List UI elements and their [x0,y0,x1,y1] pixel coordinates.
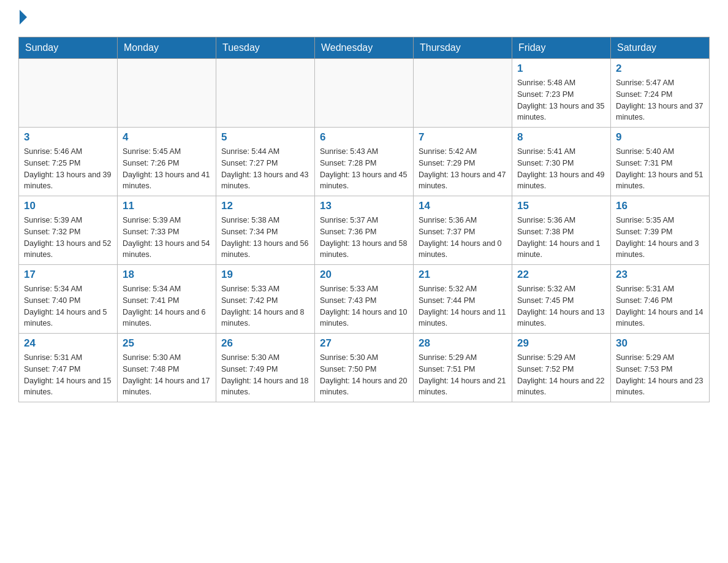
day-info: Sunrise: 5:39 AMSunset: 7:32 PMDaylight:… [24,215,112,261]
calendar-cell: 5Sunrise: 5:44 AMSunset: 7:27 PMDaylight… [216,128,315,196]
day-number: 2 [616,63,704,75]
calendar-cell [315,59,414,128]
calendar-cell [19,59,118,128]
day-info: Sunrise: 5:46 AMSunset: 7:25 PMDaylight:… [24,146,112,192]
day-info: Sunrise: 5:47 AMSunset: 7:24 PMDaylight:… [616,77,704,123]
day-number: 13 [320,200,408,212]
day-number: 5 [221,131,309,144]
day-info: Sunrise: 5:38 AMSunset: 7:34 PMDaylight:… [221,215,309,261]
logo-triangle-icon [20,10,27,25]
calendar-cell: 28Sunrise: 5:29 AMSunset: 7:51 PMDayligh… [414,334,512,402]
day-number: 18 [123,269,211,281]
day-number: 27 [320,337,408,350]
calendar-week-row: 17Sunrise: 5:34 AMSunset: 7:40 PMDayligh… [19,265,710,334]
day-number: 21 [419,269,507,281]
day-number: 6 [320,131,408,144]
calendar-cell [414,59,512,128]
calendar-cell: 25Sunrise: 5:30 AMSunset: 7:48 PMDayligh… [118,334,216,402]
day-number: 15 [517,200,605,212]
day-info: Sunrise: 5:29 AMSunset: 7:53 PMDaylight:… [616,352,704,398]
calendar-cell: 16Sunrise: 5:35 AMSunset: 7:39 PMDayligh… [611,196,710,265]
day-of-week-header: Wednesday [315,37,414,59]
day-info: Sunrise: 5:33 AMSunset: 7:42 PMDaylight:… [221,283,309,329]
calendar-cell: 7Sunrise: 5:42 AMSunset: 7:29 PMDaylight… [414,128,512,196]
day-info: Sunrise: 5:30 AMSunset: 7:48 PMDaylight:… [123,352,211,398]
calendar-cell: 4Sunrise: 5:45 AMSunset: 7:26 PMDaylight… [118,128,216,196]
calendar-cell: 26Sunrise: 5:30 AMSunset: 7:49 PMDayligh… [216,334,315,402]
day-info: Sunrise: 5:37 AMSunset: 7:36 PMDaylight:… [320,215,408,261]
calendar-cell: 11Sunrise: 5:39 AMSunset: 7:33 PMDayligh… [118,196,216,265]
day-info: Sunrise: 5:43 AMSunset: 7:28 PMDaylight:… [320,146,408,192]
day-info: Sunrise: 5:40 AMSunset: 7:31 PMDaylight:… [616,146,704,192]
day-info: Sunrise: 5:44 AMSunset: 7:27 PMDaylight:… [221,146,309,192]
calendar-cell: 12Sunrise: 5:38 AMSunset: 7:34 PMDayligh… [216,196,315,265]
day-info: Sunrise: 5:33 AMSunset: 7:43 PMDaylight:… [320,283,408,329]
day-number: 28 [419,337,507,350]
calendar-cell: 23Sunrise: 5:31 AMSunset: 7:46 PMDayligh… [611,265,710,334]
calendar-cell: 19Sunrise: 5:33 AMSunset: 7:42 PMDayligh… [216,265,315,334]
calendar-cell: 1Sunrise: 5:48 AMSunset: 7:23 PMDaylight… [512,59,611,128]
calendar-cell: 15Sunrise: 5:36 AMSunset: 7:38 PMDayligh… [512,196,611,265]
day-info: Sunrise: 5:42 AMSunset: 7:29 PMDaylight:… [419,146,507,192]
calendar-cell [118,59,216,128]
day-info: Sunrise: 5:39 AMSunset: 7:33 PMDaylight:… [123,215,211,261]
day-info: Sunrise: 5:30 AMSunset: 7:50 PMDaylight:… [320,352,408,398]
day-of-week-header: Tuesday [216,37,315,59]
day-number: 10 [24,200,112,212]
day-number: 22 [517,269,605,281]
day-info: Sunrise: 5:30 AMSunset: 7:49 PMDaylight:… [221,352,309,398]
day-info: Sunrise: 5:45 AMSunset: 7:26 PMDaylight:… [123,146,211,192]
day-number: 7 [419,131,507,144]
calendar-cell: 24Sunrise: 5:31 AMSunset: 7:47 PMDayligh… [19,334,118,402]
calendar-cell: 8Sunrise: 5:41 AMSunset: 7:30 PMDaylight… [512,128,611,196]
calendar-cell: 20Sunrise: 5:33 AMSunset: 7:43 PMDayligh… [315,265,414,334]
day-number: 1 [517,63,605,75]
calendar-cell: 13Sunrise: 5:37 AMSunset: 7:36 PMDayligh… [315,196,414,265]
day-of-week-header: Sunday [19,37,118,59]
day-info: Sunrise: 5:29 AMSunset: 7:52 PMDaylight:… [517,352,605,398]
day-number: 19 [221,269,309,281]
day-number: 25 [123,337,211,350]
calendar-cell: 21Sunrise: 5:32 AMSunset: 7:44 PMDayligh… [414,265,512,334]
calendar-cell: 22Sunrise: 5:32 AMSunset: 7:45 PMDayligh… [512,265,611,334]
page-header [18,12,710,25]
calendar-cell: 29Sunrise: 5:29 AMSunset: 7:52 PMDayligh… [512,334,611,402]
day-number: 14 [419,200,507,212]
day-number: 29 [517,337,605,350]
day-number: 9 [616,131,704,144]
calendar-cell: 30Sunrise: 5:29 AMSunset: 7:53 PMDayligh… [611,334,710,402]
day-of-week-header: Thursday [414,37,512,59]
day-number: 24 [24,337,112,350]
calendar-week-row: 3Sunrise: 5:46 AMSunset: 7:25 PMDaylight… [19,128,710,196]
calendar-cell: 18Sunrise: 5:34 AMSunset: 7:41 PMDayligh… [118,265,216,334]
logo [18,12,27,25]
logo-general [18,12,27,25]
day-info: Sunrise: 5:34 AMSunset: 7:41 PMDaylight:… [123,283,211,329]
calendar-cell: 2Sunrise: 5:47 AMSunset: 7:24 PMDaylight… [611,59,710,128]
calendar-cell [216,59,315,128]
day-info: Sunrise: 5:36 AMSunset: 7:38 PMDaylight:… [517,215,605,261]
day-number: 4 [123,131,211,144]
day-info: Sunrise: 5:31 AMSunset: 7:47 PMDaylight:… [24,352,112,398]
calendar-cell: 10Sunrise: 5:39 AMSunset: 7:32 PMDayligh… [19,196,118,265]
calendar-cell: 3Sunrise: 5:46 AMSunset: 7:25 PMDaylight… [19,128,118,196]
day-number: 11 [123,200,211,212]
day-number: 3 [24,131,112,144]
day-number: 16 [616,200,704,212]
day-info: Sunrise: 5:32 AMSunset: 7:45 PMDaylight:… [517,283,605,329]
day-number: 23 [616,269,704,281]
day-info: Sunrise: 5:35 AMSunset: 7:39 PMDaylight:… [616,215,704,261]
calendar-cell: 17Sunrise: 5:34 AMSunset: 7:40 PMDayligh… [19,265,118,334]
day-info: Sunrise: 5:48 AMSunset: 7:23 PMDaylight:… [517,77,605,123]
day-info: Sunrise: 5:29 AMSunset: 7:51 PMDaylight:… [419,352,507,398]
calendar-cell: 9Sunrise: 5:40 AMSunset: 7:31 PMDaylight… [611,128,710,196]
day-of-week-header: Saturday [611,37,710,59]
day-number: 17 [24,269,112,281]
calendar-header-row: SundayMondayTuesdayWednesdayThursdayFrid… [19,37,710,59]
day-info: Sunrise: 5:32 AMSunset: 7:44 PMDaylight:… [419,283,507,329]
day-info: Sunrise: 5:41 AMSunset: 7:30 PMDaylight:… [517,146,605,192]
day-number: 26 [221,337,309,350]
calendar-table: SundayMondayTuesdayWednesdayThursdayFrid… [18,37,710,402]
calendar-week-row: 1Sunrise: 5:48 AMSunset: 7:23 PMDaylight… [19,59,710,128]
day-number: 12 [221,200,309,212]
